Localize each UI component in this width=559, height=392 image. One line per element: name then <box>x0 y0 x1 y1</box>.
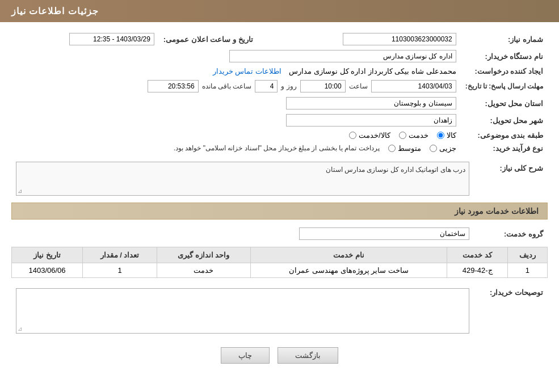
purchase-motavasset-label: متوسط <box>398 144 421 153</box>
creator-label: ایجاد کننده درخواست: <box>461 65 548 78</box>
contact-link[interactable]: اطلاعات تماس خریدار <box>213 67 281 75</box>
category-kala-radio[interactable] <box>437 132 444 139</box>
category-label: طبقه بندی موضوعی: <box>461 129 548 142</box>
cell-code: ج-42-429 <box>447 263 507 278</box>
response-deadline-label: مهلت ارسال پاسخ: تا تاریخ: <box>461 78 548 95</box>
announce-date-input[interactable] <box>69 33 154 45</box>
category-kala-khedmat-label: کالا/خدمت <box>359 131 390 140</box>
category-khedmat-label: خدمت <box>409 131 428 140</box>
category-khedmat-radio[interactable] <box>399 132 406 139</box>
resize-icon: ⊿ <box>18 188 22 194</box>
buyer-name-input[interactable] <box>229 50 456 62</box>
response-days-input[interactable] <box>255 80 278 92</box>
col-date: تاریخ نیاز <box>12 247 83 263</box>
cell-unit: خدمت <box>157 263 250 278</box>
purchase-motavasset-radio[interactable] <box>388 145 396 152</box>
purchase-type-label: نوع فرآیند خرید: <box>461 142 548 155</box>
response-remaining-input[interactable] <box>148 80 199 92</box>
page-title: جزئیات اطلاعات نیاز <box>11 6 99 16</box>
creator-value: محمدعلی شاه بیکی کاربرداز اداره کل نوساز… <box>289 67 456 75</box>
cell-name: ساخت سایر پروژه‌های مهندسی عمران <box>250 263 447 278</box>
cell-row: 1 <box>507 263 547 278</box>
description-table: شرح کلی نیاز: درب های اتوماتیک اداره کل … <box>11 159 548 198</box>
col-row: ردیف <box>507 247 547 263</box>
service-group-input[interactable] <box>299 227 469 240</box>
province-input[interactable] <box>286 97 456 109</box>
page-header: جزئیات اطلاعات نیاز <box>0 0 559 22</box>
response-time-label: ساعت <box>349 82 368 90</box>
announce-date-label: تاریخ و ساعت اعلان عمومی: <box>159 31 258 48</box>
purchase-type-note: پرداخت تمام یا بخشی از مبلغ خریداز محل "… <box>174 144 380 152</box>
col-unit: واحد اندازه گیری <box>157 247 250 263</box>
description-label: شرح کلی نیاز: <box>474 159 548 198</box>
service-group-label: گروه خدمت: <box>474 225 548 242</box>
city-input[interactable] <box>286 114 456 127</box>
response-remaining-label: ساعت باقی مانده <box>202 82 252 90</box>
need-number-label: شماره نیاز: <box>461 31 548 48</box>
description-text: درب های اتوماتیک اداره کل نوسازی مدارس ا… <box>326 166 465 174</box>
cell-qty: 1 <box>83 263 157 278</box>
description-box: درب های اتوماتیک اداره کل نوسازی مدارس ا… <box>16 162 469 196</box>
category-kala-label: کالا <box>447 131 456 140</box>
cell-date: 1403/06/06 <box>12 263 83 278</box>
response-time-input[interactable] <box>300 80 346 92</box>
table-row: 1 ج-42-429 ساخت سایر پروژه‌های مهندسی عم… <box>12 263 548 278</box>
services-table: ردیف کد خدمت نام خدمت واحد اندازه گیری ت… <box>11 247 548 278</box>
buyer-notes-box[interactable]: ⊿ <box>16 288 469 334</box>
need-number-input[interactable] <box>343 33 456 45</box>
city-label: شهر محل تحویل: <box>461 112 548 129</box>
col-code: کد خدمت <box>447 247 507 263</box>
col-qty: تعداد / مقدار <box>83 247 157 263</box>
services-section-title: اطلاعات خدمات مورد نیاز <box>11 203 548 220</box>
province-label: استان محل تحویل: <box>461 95 548 112</box>
category-kala-khedmat-radio[interactable] <box>349 132 356 139</box>
buyer-notes-label: توصیحات خریدار: <box>474 284 548 336</box>
buyer-notes-table: توصیحات خریدار: ⊿ <box>11 284 548 336</box>
response-days-label: روز و <box>281 82 296 90</box>
response-date-input[interactable] <box>371 80 456 92</box>
resize-icon-notes: ⊿ <box>18 326 22 332</box>
service-group-table: گروه خدمت: <box>11 225 548 242</box>
col-name: نام خدمت <box>250 247 447 263</box>
purchase-jozii-label: جزیی <box>439 144 456 153</box>
purchase-jozii-radio[interactable] <box>430 145 437 152</box>
buyer-name-label: نام دستگاه خریدار: <box>461 48 548 65</box>
info-table: شماره نیاز: تاریخ و ساعت اعلان عمومی: نا… <box>11 31 548 155</box>
buttons-row: بازگشت چاپ <box>11 347 548 364</box>
back-button[interactable]: بازگشت <box>278 347 338 364</box>
print-button[interactable]: چاپ <box>221 347 270 364</box>
